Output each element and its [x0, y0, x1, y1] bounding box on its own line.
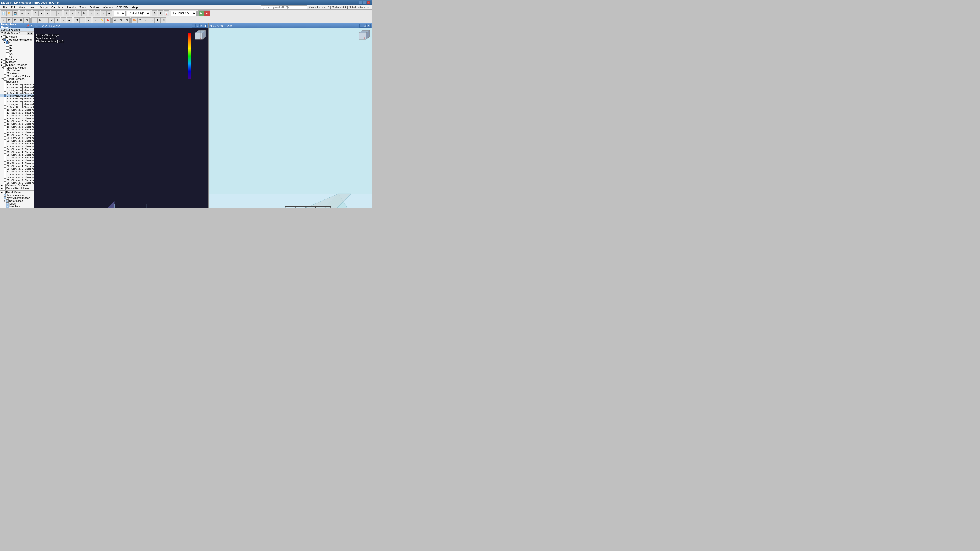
nav-maxmin-info-checkbox[interactable]: ✓	[3, 197, 6, 200]
iso-view-button[interactable]: ◈	[107, 11, 112, 16]
nav-rs-13[interactable]: 13 - Story No. 1 | Shear wall No. 17	[0, 117, 34, 120]
t2-btn1[interactable]: ✦	[0, 17, 6, 23]
nav-rs9-checkbox[interactable]	[3, 106, 6, 108]
view-cube-left[interactable]: ✕	[194, 29, 207, 42]
nav-values-surfaces[interactable]: ▶ Values on Surfaces	[0, 184, 34, 187]
nav-resultant-checkbox[interactable]	[4, 80, 6, 83]
t2-mirror[interactable]: ⇌	[67, 17, 72, 23]
nav-support-reactions[interactable]: ▶ Support Reactions	[0, 64, 34, 66]
nav-uy-checkbox[interactable]	[6, 47, 9, 49]
nav-global-deformations[interactable]: ▼ ✓ Global Deformations	[0, 38, 34, 41]
nav-rs34-checkbox[interactable]	[3, 176, 6, 179]
nav-deformation[interactable]: ▼ ✓ Deformation	[0, 200, 34, 202]
nav-global-deformations-checkbox[interactable]: ✓	[3, 38, 6, 41]
zoom-in-button[interactable]: +	[64, 11, 69, 16]
nav-rs4-checkbox[interactable]	[3, 92, 6, 94]
nav-rs-34[interactable]: 34 - Story No. 5 | Shear wall No. 41	[0, 176, 34, 179]
nav-min-values[interactable]: Min Values	[0, 72, 34, 75]
nav-rs30-checkbox[interactable]	[3, 165, 6, 167]
nav-rs2-checkbox[interactable]	[3, 86, 6, 89]
menu-help[interactable]: Help	[130, 6, 139, 9]
nav-ux-checkbox[interactable]	[6, 44, 9, 47]
nav-members-checkbox[interactable]	[3, 58, 6, 61]
t2-btn5[interactable]: ⊡	[24, 17, 30, 23]
close-button[interactable]: ✕	[367, 1, 371, 4]
menu-insert[interactable]: Insert	[27, 6, 37, 9]
nav-phiy[interactable]: φy	[0, 55, 34, 58]
nav-members2[interactable]: ✓ Members	[0, 205, 34, 208]
nav-rs-36[interactable]: 36 - Story No. 5 | Shear wall No. 43	[0, 181, 34, 184]
nav-members2-checkbox[interactable]: ✓	[6, 205, 9, 208]
t2-annotate[interactable]: 🔖	[105, 17, 110, 23]
nav-maxmin-info[interactable]: ✓ Max/Min Information	[0, 197, 34, 200]
t2-layer[interactable]: ⊟	[124, 17, 130, 23]
lcs-dropdown[interactable]: LCS	[114, 11, 126, 16]
t2-m2[interactable]: N	[80, 17, 86, 23]
nav-u[interactable]: ▼ ✓ u	[0, 41, 34, 44]
menu-options[interactable]: Options	[88, 6, 101, 9]
nav-deformation-checkbox[interactable]: ✓	[6, 200, 9, 202]
nav-rs-3[interactable]: 3 - Story No. 0 | Shear wall No. 4	[0, 89, 34, 92]
nav-rs31-checkbox[interactable]	[3, 167, 6, 170]
nav-rs-6[interactable]: 6 - Story No. 0 | Shear wall No. 8	[0, 97, 34, 100]
nav-rs18-checkbox[interactable]	[3, 131, 6, 134]
nav-rs-27[interactable]: 27 - Story No. 4 | Shear wall No. 33	[0, 156, 34, 159]
menu-view[interactable]: View	[18, 6, 27, 9]
nav-max-values[interactable]: Max Values	[0, 69, 34, 72]
nav-result-values-checkbox[interactable]	[3, 191, 6, 194]
rsa-design-dropdown[interactable]: RSA - Design	[127, 11, 150, 16]
view-right-close[interactable]: ✕	[367, 24, 371, 27]
nav-rs25-checkbox[interactable]	[3, 151, 6, 153]
menu-cadbim[interactable]: CAD-BIM	[115, 6, 130, 9]
t2-text[interactable]: T	[137, 17, 143, 23]
t2-color[interactable]: 🎨	[131, 17, 137, 23]
nav-rs28-checkbox[interactable]	[3, 159, 6, 162]
nav-close-button[interactable]: ✕	[30, 24, 33, 27]
search-input[interactable]	[261, 5, 307, 10]
zoom-out-button[interactable]: −	[70, 11, 75, 16]
nav-rs29-checkbox[interactable]	[3, 162, 6, 165]
nav-rs-17[interactable]: 17 - Story No. 2 | Shear wall No. 21	[0, 128, 34, 131]
results-view-button[interactable]: 📊	[164, 11, 169, 16]
t2-filter3[interactable]: ⌖	[43, 17, 49, 23]
t2-m1[interactable]: M	[74, 17, 80, 23]
new-button[interactable]: 📄	[0, 11, 6, 16]
t2-section[interactable]: ✂	[149, 17, 155, 23]
nav-rs-26[interactable]: 26 - Story No. 4 | Shear wall No. 32	[0, 153, 34, 156]
nav-rs23-checkbox[interactable]	[3, 145, 6, 148]
menu-tools[interactable]: Tools	[78, 6, 88, 9]
nav-rs22-checkbox[interactable]	[3, 142, 6, 145]
t2-snap[interactable]: ⊙	[112, 17, 118, 23]
front-view-button[interactable]: ↑	[89, 11, 94, 16]
nav-rs5-checkbox[interactable]: ✓	[3, 94, 6, 97]
nav-rs-22[interactable]: 22 - Story No. 3 | Shear wall No. 27	[0, 142, 34, 145]
nav-rs32-checkbox[interactable]	[3, 170, 6, 173]
minimize-button[interactable]: —	[359, 1, 363, 4]
nav-members[interactable]: ▶ Members	[0, 58, 34, 61]
nav-rs-21[interactable]: 21 - Story No. 3 | Shear wall No. 26	[0, 139, 34, 142]
rotate-button[interactable]: ↻	[81, 11, 87, 16]
t2-dim[interactable]: ↔	[143, 17, 149, 23]
nav-rs35-checkbox[interactable]	[3, 179, 6, 181]
select-button[interactable]: ⊹	[33, 11, 38, 16]
model-view-button[interactable]: 🏗	[158, 11, 163, 16]
view-right-minimize[interactable]: —	[360, 24, 363, 27]
nav-rs15-checkbox[interactable]	[3, 122, 6, 125]
nav-rs-7[interactable]: 7 - Story No. 0 | Shear wall No. 10	[0, 100, 34, 103]
t2-rotate2[interactable]: ↺	[61, 17, 66, 23]
menu-window[interactable]: Window	[101, 6, 115, 9]
menu-calculate[interactable]: Calculate	[50, 6, 65, 9]
nav-rs27-checkbox[interactable]	[3, 156, 6, 159]
t2-filter1[interactable]: Ʃ	[32, 17, 37, 23]
nav-rs-23[interactable]: 23 - Story No. 3 | Shear wall No. 28	[0, 145, 34, 148]
nav-u-checkbox[interactable]: ✓	[6, 41, 9, 44]
nav-rs12-checkbox[interactable]	[3, 114, 6, 117]
nav-rs-24[interactable]: 24 - Story No. 3 | Shear wall No. 29	[0, 148, 34, 151]
nav-min-values-checkbox[interactable]	[3, 72, 6, 75]
nav-phiy-checkbox[interactable]	[6, 55, 9, 58]
view-cube-right[interactable]: ✕	[358, 29, 371, 42]
nav-rs17-checkbox[interactable]	[3, 128, 6, 131]
mode-next-button[interactable]: ▶	[30, 32, 33, 35]
save-button[interactable]: 💾	[12, 11, 18, 16]
nav-result-sections-checkbox[interactable]	[3, 78, 6, 80]
